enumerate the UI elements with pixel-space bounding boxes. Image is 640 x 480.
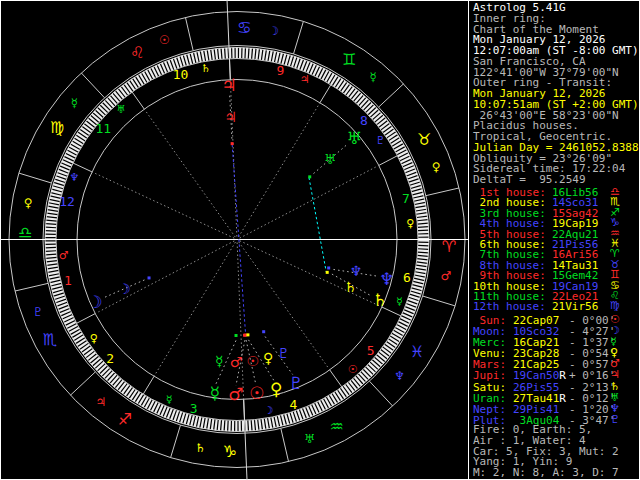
planet-glyph-inner-saturn: ♄	[344, 279, 357, 295]
house-cusp-table: 1st house:16Lib56♎ 2nd house:14Sco31♏ 3r…	[473, 186, 546, 311]
house-row-11: 11th house:22Leo21♌	[473, 290, 546, 300]
planet-glyph-inner-moon: ☽	[118, 281, 131, 297]
astrolog-window: ♈♂♉♀♊☿♋☽♌☉♍☿♎♀♏♇♐♃♑♄♒♅♓♆1♂2♀3☿4☽5☉6☿7♀8♇…	[0, 0, 640, 480]
planet-marker-jupiter	[231, 142, 234, 145]
aspect-line-uranus-saturn	[309, 177, 326, 272]
sign-boundary-spoke	[294, 21, 304, 54]
planet-glyph-inner-sun: ☉	[247, 353, 260, 369]
house-row-7: 7th house:16Ari56♈	[473, 248, 546, 258]
house-row-1: 1st house:16Lib56♎	[473, 186, 546, 196]
planet-row-♅: Uran:27Tau41R- 0°12'♅	[473, 392, 506, 403]
house-number-4: 4	[289, 397, 297, 412]
sign-ruler-icon-scorpio: ♇	[32, 305, 43, 319]
planet-glyph-outer-mercury: ☿	[209, 383, 219, 403]
zodiac-glyph-scorpio: ♏	[43, 330, 57, 349]
planet-marker-moon	[148, 276, 151, 279]
sign-ruler-icon-sagittarius: ♃	[96, 395, 107, 409]
house-ruler-icon-9: ♃	[300, 73, 310, 86]
planet-glyph-outer-uranus: ♅	[347, 128, 362, 148]
house-cusp-line-2	[95, 241, 234, 314]
sign-ruler-icon-aries: ♂	[440, 269, 451, 283]
house-number-10: 10	[173, 67, 189, 82]
house-row-6: 6th house:21Pis56♓	[473, 238, 546, 248]
planet-glyph-outer-sun: ☉	[249, 383, 264, 403]
sign-boundary-spoke	[281, 428, 289, 461]
zodiac-glyph-taurus: ♉	[417, 130, 431, 149]
planet-glyph-inner-venus: ♀	[263, 350, 273, 366]
sign-boundary-spoke	[15, 283, 48, 291]
planet-marker-pluto	[262, 330, 265, 333]
zodiac-glyph-leo: ♌	[130, 43, 144, 62]
sign-ruler-icon-aquarius: ♅	[304, 432, 315, 446]
planet-row-♃: Jupi:19Can50R+ 0°16'♃	[473, 369, 506, 380]
house-ruler-icon-5: ☉	[348, 363, 358, 376]
house-cusp-line-12	[92, 172, 234, 238]
sign-ruler-icon-pisces: ♆	[394, 369, 405, 383]
zodiac-glyph-cancer: ♋	[237, 18, 251, 37]
planet-row-☽: Moon:10Sco32- 4°27'☽	[473, 325, 506, 336]
house-row-4: 4th house:19Cap19♑	[473, 217, 546, 227]
zodiac-glyph-pisces: ♓	[410, 342, 424, 361]
house-ruler-icon-3: ☿	[166, 393, 173, 406]
house-band-spoke-5	[330, 370, 342, 387]
planet-row-♀: Venu:23Cap28- 0°54'♀	[473, 347, 506, 358]
planet-glyph-inner-mercury: ☿	[215, 353, 224, 369]
planet-marker-mars	[243, 334, 246, 337]
zodiac-sign-icon: ♍	[610, 299, 620, 312]
planet-row-☿: Merc:16Cap21- 1°37'☿	[473, 336, 506, 347]
info-panel: Astrolog 5.41GInner ring:Chart of the Mo…	[468, 0, 640, 480]
sign-boundary-spoke	[369, 381, 392, 406]
sign-boundary-spoke	[171, 425, 181, 458]
sign-ruler-icon-cancer: ☽	[268, 24, 279, 38]
planet-glyph-outer-neptune: ♆	[379, 269, 394, 289]
planet-glyph-outer-saturn: ♄	[372, 290, 387, 310]
planet-glyph-inner-uranus: ♅	[324, 151, 337, 167]
house-ruler-icon-2: ♀	[90, 332, 98, 345]
house-ruler-icon-10: ♄	[201, 62, 211, 75]
sign-ruler-icon-gemini: ☿	[369, 70, 376, 84]
house-number-1: 1	[64, 273, 72, 288]
house-cusp-value: 21Vir56	[552, 300, 598, 313]
planet-marker-uranus	[308, 175, 311, 178]
house-number-12: 12	[59, 194, 75, 209]
house-number-11: 11	[95, 121, 111, 136]
house-number-3: 3	[190, 401, 198, 416]
planet-table: Sun:22Cap07- 0°00'☉Moon:10Sco32- 4°27'☽M…	[473, 314, 506, 425]
house-cusp-line-9	[239, 103, 320, 237]
sign-ruler-icon-capricorn: ♄	[195, 441, 206, 455]
house-band-spoke-8	[379, 156, 398, 166]
planet-glyph-inner-pluto: ♇	[278, 345, 291, 361]
planet-marker-venus	[246, 333, 249, 336]
zodiac-glyph-virgo: ♍	[50, 118, 64, 137]
zodiac-glyph-gemini: ♊	[342, 50, 356, 69]
house-band-spoke-2	[77, 314, 96, 324]
sign-ruler-icon-taurus: ♀	[432, 160, 441, 174]
planet-glyph-outer-pluto: ♇	[288, 373, 303, 393]
sign-ruler-icon-virgo: ☿	[71, 96, 78, 110]
house-number-7: 7	[402, 191, 410, 206]
chart-wheel: ♈♂♉♀♊☿♋☽♌☉♍☿♎♀♏♇♐♃♑♄♒♅♓♆1♂2♀3☿4☽5☉6☿7♀8♇…	[0, 0, 468, 480]
sign-ruler-icon-leo: ☉	[159, 33, 170, 47]
house-row-3: 3rd house:15Sag42♐	[473, 207, 546, 217]
planet-row-♂: Mars:21Cap25- 0°57'♂	[473, 358, 506, 369]
house-number-9: 9	[276, 63, 284, 78]
house-row-8: 8th house:14Tau31♉	[473, 259, 546, 269]
ic-axis	[244, 399, 247, 480]
planet-row-♆: Nept:29Pis41- 1°20'♆	[473, 403, 506, 414]
wheel-svg: ♈♂♉♀♊☿♋☽♌☉♍☿♎♀♏♇♐♃♑♄♒♅♓♆1♂2♀3☿4☽5☉6☿7♀8♇…	[0, 0, 468, 480]
sign-boundary-spoke	[185, 17, 193, 50]
sign-boundary-spoke	[423, 296, 456, 306]
house-ruler-icon-6: ☿	[396, 295, 403, 308]
planet-icon: ♇	[610, 413, 620, 426]
planet-marker-mercury	[235, 334, 238, 337]
house-ruler-icon-4: ☽	[263, 404, 273, 417]
house-ruler-icon-12: ♆	[70, 171, 80, 184]
house-number-8: 8	[360, 113, 368, 128]
planet-glyph-outer-venus: ♀	[270, 379, 282, 399]
planet-row-☉: Sun:22Cap07- 0°00'☉	[473, 314, 506, 325]
house-row-2: 2nd house:14Sco31♏	[473, 196, 546, 206]
planet-marker-saturn	[326, 271, 329, 274]
house-row-12: 12th house:21Vir56♍	[473, 300, 546, 310]
zodiac-glyph-capricorn: ♑	[223, 442, 237, 461]
stats-line-4: M: 2, N: 8, A: 3, D: 7	[473, 468, 619, 479]
